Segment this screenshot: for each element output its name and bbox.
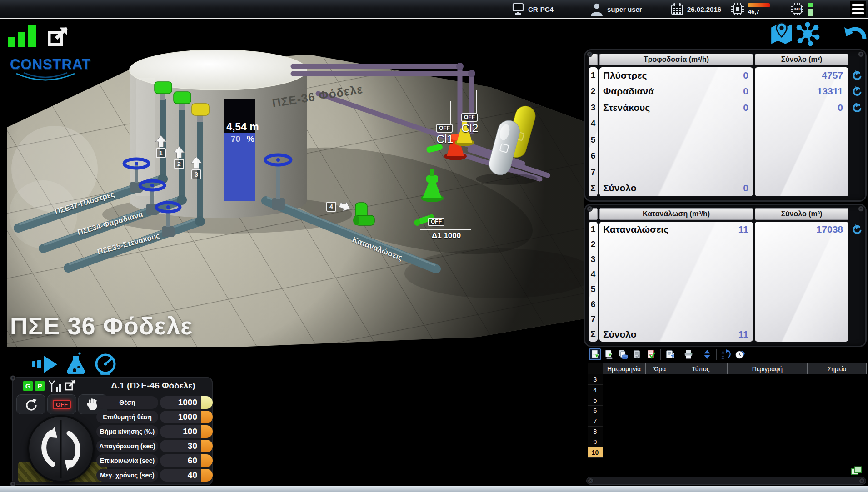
- menu-button[interactable]: [850, 1, 866, 17]
- field-value-position[interactable]: 1000: [160, 396, 213, 409]
- event-col-date[interactable]: Ημερομηνία: [603, 363, 646, 374]
- event-row-num[interactable]: 9: [588, 437, 603, 447]
- event-col-time[interactable]: Ώρα: [646, 363, 674, 374]
- event-cell[interactable]: 25/02/16: [603, 416, 646, 427]
- event-cell[interactable]: Σφάλμα αντλίας χλωριω: [728, 374, 808, 385]
- reset-counter-button[interactable]: [850, 84, 862, 100]
- event-cell[interactable]: Χαμηλή σταθμή χλωρίο: [728, 385, 808, 395]
- export-log-button[interactable]: [589, 348, 601, 360]
- auto-mode-button[interactable]: [16, 394, 45, 414]
- event-cell[interactable]: 36 Στάθμη Δ/Ξ Χ: [808, 385, 867, 395]
- close-icon[interactable]: ×: [587, 51, 593, 57]
- event-cell[interactable]: 11:49: [646, 427, 674, 437]
- reset-counter-button[interactable]: [850, 67, 862, 84]
- event-cell[interactable]: 11:52: [646, 447, 674, 458]
- event-cell[interactable]: 11:49: [646, 395, 674, 406]
- archive-db-button[interactable]: [617, 348, 629, 360]
- list-back-button[interactable]: [664, 348, 676, 360]
- cascade-windows-icon[interactable]: [851, 466, 863, 475]
- event-cell[interactable]: 25/02/16: [603, 385, 646, 395]
- event-cell[interactable]: Αντλία: [674, 416, 728, 427]
- field-value-maxtime[interactable]: 40: [160, 469, 213, 482]
- event-cell[interactable]: 11:49: [646, 374, 674, 385]
- event-col-point[interactable]: Σημείο: [808, 363, 867, 374]
- event-row-num[interactable]: 6: [588, 406, 603, 416]
- field-value-comm[interactable]: 60: [160, 454, 213, 467]
- event-cell[interactable]: Ανοικτή: [728, 447, 808, 458]
- gauge-icon[interactable]: [94, 353, 117, 376]
- event-col-type[interactable]: Τύπος: [674, 363, 728, 374]
- log-settings-button[interactable]: [631, 348, 643, 360]
- event-cell[interactable]: 25/02/16: [603, 406, 646, 416]
- event-cell[interactable]: Πίνακας: [674, 406, 728, 416]
- field-value-target[interactable]: 1000: [160, 411, 213, 423]
- event-cell[interactable]: 36 Δ/Ξ Χλωρίου: [808, 395, 867, 406]
- water-tank[interactable]: [130, 50, 307, 218]
- event-cell[interactable]: Αντλία: [674, 374, 728, 385]
- sort-alpha-button[interactable]: AZ: [720, 348, 732, 360]
- confirm-log-button[interactable]: [645, 348, 657, 360]
- field-value-inhibit[interactable]: 30: [160, 440, 213, 452]
- event-cell[interactable]: 25/02/16: [603, 427, 646, 437]
- event-col-desc[interactable]: Περιγραφή: [728, 363, 808, 374]
- back-icon[interactable]: [843, 23, 867, 42]
- event-cell[interactable]: 11:49: [646, 385, 674, 395]
- event-cell[interactable]: Μέτρηση: [674, 385, 728, 395]
- close-icon[interactable]: ×: [587, 206, 593, 212]
- print-button[interactable]: [683, 348, 694, 360]
- event-cell[interactable]: 46 Δικλείδα 01: [808, 447, 867, 458]
- event-row-num-selected[interactable]: 10: [588, 447, 603, 458]
- event-cell[interactable]: Εκτός λειτουργίας: [728, 416, 808, 427]
- gpu-load-bars: [808, 3, 813, 16]
- table-row: [599, 297, 753, 312]
- event-cell[interactable]: 36 Αντλία χλωρι: [808, 374, 867, 385]
- event-row-num[interactable]: 8: [588, 427, 603, 437]
- scroll-left-button[interactable]: ×: [588, 478, 594, 484]
- network-icon[interactable]: [795, 22, 820, 46]
- step-forward-icon[interactable]: [32, 355, 58, 374]
- reset-counter-button[interactable]: [850, 99, 862, 116]
- trends-icon[interactable]: [8, 25, 48, 47]
- event-cell[interactable]: 46 Δικλείδα 01: [808, 437, 867, 447]
- event-cell[interactable]: 36 Αντλία 01: [808, 427, 867, 437]
- event-row-num[interactable]: 5: [588, 395, 603, 406]
- sort-button[interactable]: [701, 348, 713, 360]
- event-cell[interactable]: 36 Δοσομετρική: [808, 416, 867, 427]
- event-cell[interactable]: 25/02/16: [603, 447, 646, 458]
- event-row-num[interactable]: 4: [588, 385, 603, 395]
- event-row-num[interactable]: 3: [588, 374, 603, 385]
- event-cell[interactable]: 25/02/16: [603, 395, 646, 406]
- reset-counter-button[interactable]: [850, 222, 862, 237]
- event-cell[interactable]: 11:49: [646, 406, 674, 416]
- event-cell[interactable]: Μέτρηση: [674, 395, 728, 406]
- user-icon: [590, 2, 604, 16]
- event-row-num[interactable]: 7: [588, 416, 603, 427]
- event-cell[interactable]: Αντλία: [674, 427, 728, 437]
- detach-panel-icon[interactable]: [65, 379, 76, 391]
- valve-knob[interactable]: [27, 415, 95, 482]
- event-cell[interactable]: Σε Απομακρυσμένο έλε: [728, 406, 808, 416]
- event-cell[interactable]: 36 Πινακας: [808, 406, 867, 416]
- close-icon[interactable]: ×: [858, 206, 864, 212]
- event-cell[interactable]: 11:52: [646, 437, 674, 447]
- event-cell[interactable]: Εκτός λειτουργίας: [728, 427, 808, 437]
- event-cell[interactable]: Επιλογή Εκτός: [728, 437, 808, 447]
- close-icon[interactable]: ×: [10, 375, 16, 381]
- event-cell[interactable]: 25/02/16: [603, 374, 646, 385]
- map-icon[interactable]: [769, 22, 794, 46]
- event-cell[interactable]: Δ/Ξ Χλωρίου άδεια: [728, 395, 808, 406]
- lab-flask-icon[interactable]: [65, 352, 86, 377]
- event-log-scrollbar[interactable]: × ×: [586, 477, 866, 485]
- sort-time-button[interactable]: [734, 348, 746, 360]
- horizontal-scrollbar[interactable]: [0, 486, 868, 492]
- event-cell[interactable]: Δικλείδα: [674, 447, 728, 458]
- export-db-button[interactable]: [603, 348, 615, 360]
- event-cell[interactable]: 11:49: [646, 416, 674, 427]
- event-cell[interactable]: Δικλείδα: [674, 437, 728, 447]
- open-external-icon[interactable]: [47, 25, 69, 47]
- off-mode-button[interactable]: OFF: [47, 394, 76, 414]
- close-icon[interactable]: ×: [858, 51, 864, 57]
- event-cell[interactable]: 25/02/16: [603, 437, 646, 447]
- field-value-step[interactable]: 100: [160, 425, 213, 438]
- scroll-right-button[interactable]: ×: [859, 478, 865, 484]
